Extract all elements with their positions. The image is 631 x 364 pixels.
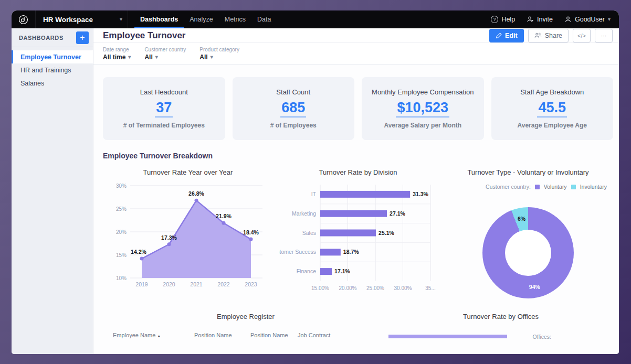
more-options-button[interactable]: ··· xyxy=(595,29,613,42)
legend-label: Involuntary xyxy=(580,184,607,190)
kpi-card[interactable]: Staff Age Breakdown45.5Average Employee … xyxy=(491,77,614,140)
help-menu[interactable]: ? Help xyxy=(491,16,515,23)
bar xyxy=(320,249,341,255)
x-tick-label: 2022 xyxy=(217,281,230,287)
data-label: 27.1% xyxy=(390,210,405,217)
filter-value: All▾ xyxy=(144,53,186,61)
category-label: Customer Success xyxy=(279,249,316,255)
chart-turnover-year-over-year: Turnover Rate Year over Year 10%15%20%25… xyxy=(103,162,273,302)
pencil-icon xyxy=(496,33,502,39)
invite-user-icon xyxy=(527,16,534,23)
sidebar-item-hr-and-trainings[interactable]: HR and Trainings xyxy=(12,63,93,77)
filter-value: All▾ xyxy=(199,53,239,61)
dashboard-content: Last Headcount37# of Terminated Employee… xyxy=(93,65,619,354)
filter-product-category[interactable]: Product categoryAll▾ xyxy=(199,47,239,61)
x-tick-label: 2019 xyxy=(135,281,148,287)
share-users-icon xyxy=(534,32,542,39)
kpi-value: 685 xyxy=(280,100,306,117)
kpi-row: Last Headcount37# of Terminated Employee… xyxy=(103,77,613,140)
workspace-selector[interactable]: HR Workspace ▾ xyxy=(36,10,128,28)
tab-data[interactable]: Data xyxy=(251,10,277,28)
kpi-title: Monthly Employee Compensation xyxy=(372,88,474,96)
kpi-card[interactable]: Monthly Employee Compensation$10,523Aver… xyxy=(362,77,484,140)
gooddata-logo-icon xyxy=(18,15,28,25)
chart-turnover-by-division: Turnover Rate by Division 15.00%20.00%25… xyxy=(273,162,443,302)
gooddata-logo[interactable] xyxy=(12,10,36,28)
donut-hole xyxy=(505,230,551,276)
filter-customer-country[interactable]: Customer countryAll▾ xyxy=(144,47,186,61)
offices-bar-partial[interactable] xyxy=(388,335,507,338)
bar xyxy=(320,191,410,198)
user-name: GoodUser xyxy=(575,16,605,23)
help-icon: ? xyxy=(491,16,498,23)
sidebar-item-employee-turnover[interactable]: Employee Turnover xyxy=(12,50,93,63)
app-window: HR Workspace ▾ DashboardsAnalyzeMetricsD… xyxy=(12,10,619,354)
user-icon xyxy=(564,16,572,23)
user-menu[interactable]: GoodUser ▾ xyxy=(564,16,611,23)
kpi-title: Staff Count xyxy=(276,88,310,96)
sidebar-item-salaries[interactable]: Salaries xyxy=(12,77,93,90)
legend-swatch xyxy=(535,185,540,189)
tab-metrics[interactable]: Metrics xyxy=(219,10,251,28)
area-chart-svg: 10%15%20%25%30%14.2%201917.3%202026.8%20… xyxy=(109,178,267,300)
kpi-subtitle: Average Employee Age xyxy=(518,122,587,129)
slice-label: 6% xyxy=(518,216,525,222)
filter-date-range[interactable]: Date rangeAll time▾ xyxy=(103,47,131,61)
tab-dashboards[interactable]: Dashboards xyxy=(134,10,184,28)
chart-title: Turnover Rate by Division xyxy=(319,168,397,176)
edit-button[interactable]: Edit xyxy=(489,29,524,42)
chevron-down-icon: ▾ xyxy=(155,55,158,60)
x-tick-label: 20.00% xyxy=(339,285,357,291)
data-label: 17.3% xyxy=(161,234,177,241)
slice-label: 94% xyxy=(529,284,540,290)
bar-chart[interactable]: 15.00%20.00%25.00%30.00%35...31.3%IT27.1… xyxy=(279,178,437,302)
category-label: Finance xyxy=(297,268,317,274)
table-column-header[interactable]: Job Contract xyxy=(298,332,330,338)
data-label: 25.1% xyxy=(378,230,394,236)
help-label: Help xyxy=(501,16,515,23)
sidebar-header: DASHBOARDS + xyxy=(12,28,93,47)
table-column-header[interactable]: Employee Name▲ xyxy=(113,332,161,338)
table-header-row: Employee Name▲Position NamePosition Name… xyxy=(103,329,388,342)
tab-analyze[interactable]: Analyze xyxy=(184,10,218,28)
share-label: Share xyxy=(545,32,562,39)
x-tick-label: 25.00% xyxy=(366,285,384,291)
x-tick-label: 2020 xyxy=(163,281,175,287)
x-tick-label: 35... xyxy=(425,285,435,291)
add-dashboard-button[interactable]: + xyxy=(76,31,89,44)
data-label: 18.7% xyxy=(343,249,359,255)
main-area: Employee Turnover Edit Share xyxy=(93,28,619,354)
x-tick-label: 2023 xyxy=(245,281,257,287)
sort-asc-icon: ▲ xyxy=(157,334,161,338)
employee-register-panel: Employee Register Employee Name▲Position… xyxy=(103,313,388,342)
dashboards-sidebar: DASHBOARDS + Employee TurnoverHR and Tra… xyxy=(12,28,93,354)
area-chart[interactable]: 10%15%20%25%30%14.2%201917.3%202026.8%20… xyxy=(109,178,267,302)
code-icon: </> xyxy=(577,33,586,39)
donut-chart[interactable]: Customer country:VoluntaryInvoluntary 94… xyxy=(449,178,607,300)
kpi-card[interactable]: Staff Count685# of Employees xyxy=(233,77,355,140)
kpi-subtitle: Average Salary per Month xyxy=(384,122,461,129)
kpi-card[interactable]: Last Headcount37# of Terminated Employee… xyxy=(103,77,225,140)
kpi-subtitle: # of Terminated Employees xyxy=(123,122,205,129)
embed-code-button[interactable]: </> xyxy=(573,29,591,42)
topbar-right: ? Help Invite GoodUser ▾ xyxy=(491,10,619,28)
table-column-header[interactable]: Position Name xyxy=(250,332,288,338)
y-tick-label: 20% xyxy=(116,229,127,235)
filter-label: Date range xyxy=(103,47,131,52)
x-tick-label: 2021 xyxy=(190,281,203,287)
category-label: Marketing xyxy=(292,210,316,217)
bar xyxy=(320,210,387,217)
share-button[interactable]: Share xyxy=(528,29,569,42)
nav-tabs: DashboardsAnalyzeMetricsData xyxy=(134,10,277,28)
kpi-subtitle: # of Employees xyxy=(270,122,317,129)
data-label: 21.9% xyxy=(216,213,232,219)
data-point xyxy=(195,199,198,202)
donut-ring[interactable]: 94%6% xyxy=(482,207,574,298)
charts-row: Turnover Rate Year over Year 10%15%20%25… xyxy=(103,162,613,302)
section-title: Employee Turnover Breakdown xyxy=(103,152,613,160)
offices-legend-label: Offices: xyxy=(533,334,551,340)
invite-button[interactable]: Invite xyxy=(527,16,553,23)
table-column-header[interactable]: Position Name xyxy=(194,332,232,338)
y-tick-label: 10% xyxy=(116,275,127,281)
ellipsis-icon: ··· xyxy=(601,33,607,39)
